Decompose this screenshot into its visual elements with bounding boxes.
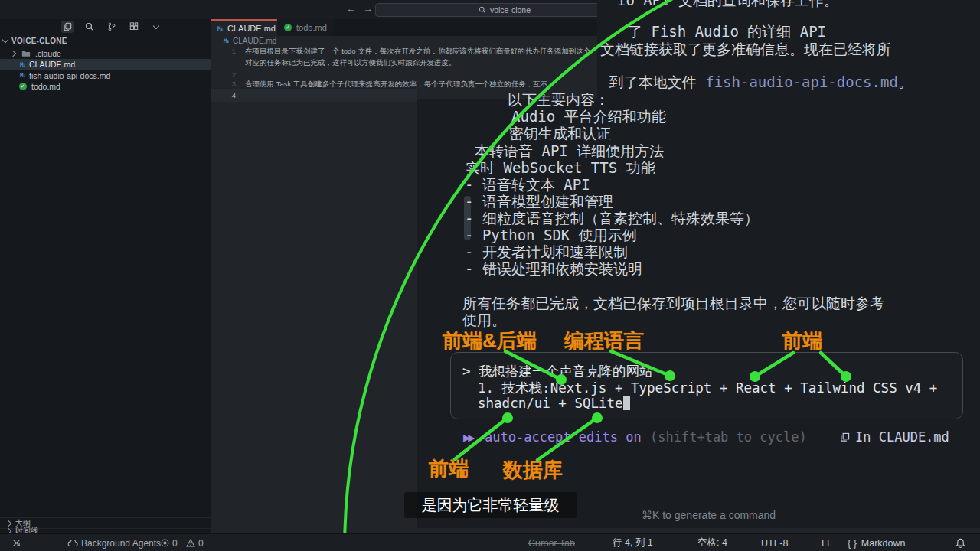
command-search-box[interactable]: voice-clone: [375, 3, 634, 17]
auto-accept-hint: (shift+tab to cycle): [650, 429, 807, 445]
chat-line: 所有任务都已完成，文档已保存到项目根目录中，您可以随时参考: [462, 295, 884, 311]
cloud-icon: [67, 540, 78, 547]
auto-accept-mode[interactable]: auto-accept edits on: [485, 429, 642, 445]
app-window: ← → voice-clone VOICE-CLONE: [0, 0, 980, 551]
video-subtitle: 是因为它非常轻量级: [404, 492, 577, 518]
chat-line: Audio 平台介绍和功能: [511, 109, 666, 125]
chat-input-line-3[interactable]: shadcn/ui + SQLite: [478, 396, 630, 411]
chat-line: 使用。: [462, 312, 506, 328]
encoding-setting[interactable]: UTF-8: [761, 538, 788, 549]
chat-line: - 语音转文本 API: [465, 177, 590, 193]
annotation-frontend-top: 前端: [782, 328, 822, 354]
chevron-down-icon: [2, 37, 8, 43]
cursor-tab-toggle[interactable]: Cursor Tab: [528, 538, 575, 549]
forward-arrow-icon[interactable]: →: [363, 3, 373, 15]
project-name: VOICE-CLONE: [11, 37, 67, 45]
warning-count[interactable]: 0: [186, 538, 204, 549]
background-agents-label: Background Agents: [81, 538, 161, 549]
sidebar-item-claude-folder[interactable]: .claude: [0, 48, 211, 60]
cursor-position[interactable]: 行 4, 列 1: [612, 536, 653, 549]
sidebar-item-todo-md[interactable]: ✓ todo.md: [0, 81, 211, 93]
chat-line: - 错误处理和依赖安装说明: [465, 261, 642, 277]
sidebar-item-claude-md[interactable]: M↓ CLAUDE.md: [0, 59, 211, 70]
status-bar: Background Agents 0 0 Cursor Tab 行 4, 列 …: [0, 533, 980, 551]
extensions-icon[interactable]: [128, 21, 140, 33]
chevron-right-icon: [10, 51, 16, 57]
line-number: 1: [213, 47, 236, 55]
chat-line: 以下主要内容：: [508, 92, 609, 108]
chat-input-text: shadcn/ui + SQLite: [478, 396, 623, 411]
sidebar-header-icons: [61, 21, 162, 33]
language-mode[interactable]: { } Markdown: [848, 538, 906, 549]
chat-line: 了 Fish Audio 的详细 API: [628, 24, 826, 40]
markdown-file-icon: M↓: [20, 72, 25, 79]
indentation-setting[interactable]: 空格: 4: [697, 536, 727, 549]
context-label: In CLAUDE.md: [855, 429, 949, 445]
braces-icon: { }: [848, 538, 857, 549]
bell-icon[interactable]: [956, 538, 965, 549]
chat-line: 文档链接获取了更多准确信息。现在已经将所: [600, 41, 891, 57]
text-cursor: [623, 396, 630, 410]
file-name-accent: fish-audio-api-docs.md: [705, 73, 898, 90]
file-label: todo.md: [31, 82, 60, 91]
chat-input-line-2[interactable]: 1. 技术栈:Next.js + TypeScript + React + Ta…: [478, 379, 937, 397]
cmdk-hint: ⌘K to generate a command: [642, 509, 776, 521]
check-circle-icon: ✓: [284, 24, 292, 31]
explorer-sidebar: [0, 19, 211, 533]
editor-line-3[interactable]: 合理使用 Task 工具创建多个子代理来提高开发的效率，每个子代理负责一个独立的…: [245, 80, 547, 90]
timeline-panel-header[interactable]: 时间线: [0, 528, 211, 533]
subtitle-text: 是因为它非常轻量级: [422, 495, 560, 516]
markdown-file-icon: M↓: [224, 37, 229, 44]
sidebar-item-fish-audio-api-docs[interactable]: M↓ fish-audio-api-docs.md: [0, 70, 211, 82]
breadcrumb-label: CLAUDE.md: [233, 37, 276, 45]
file-label: fish-audio-api-docs.md: [29, 71, 110, 80]
chat-line: 实时 WebSocket TTS 功能: [466, 160, 655, 176]
markdown-file-icon: M↓: [217, 25, 223, 32]
language-label: Markdown: [861, 538, 906, 549]
remote-window-icon[interactable]: [12, 539, 21, 547]
chat-input-line-1[interactable]: > 我想搭建一个声音克隆的网站: [462, 362, 653, 380]
file-label: .claude: [35, 49, 61, 58]
background-agents-item[interactable]: Background Agents: [67, 538, 161, 549]
tab-label: todo.md: [296, 23, 327, 32]
annotation-programming-language: 编程语言: [564, 328, 644, 354]
line-number: 3: [213, 80, 236, 88]
error-count-value: 0: [172, 538, 178, 549]
warning-triangle-icon: [186, 539, 195, 547]
editor-line-1[interactable]: 在项目根目录下我创建了一个 todo 文件，每次在开发之前，你都应该先将我们商量…: [245, 47, 590, 57]
chevron-right-icon: [5, 520, 11, 526]
error-count[interactable]: 0: [161, 538, 178, 549]
check-circle-icon: ✓: [19, 83, 27, 90]
tab-todo-md[interactable]: ✓ todo.md: [277, 19, 334, 36]
chevron-down-icon[interactable]: [150, 21, 162, 33]
copy-squares-icon: [840, 432, 850, 442]
search-value: voice-clone: [490, 5, 531, 15]
editor-line-1-wrap[interactable]: 对应的任务标记为已完成，这样可以方便我们实时跟踪开发进度。: [245, 58, 456, 68]
file-line-prefix: 到了本地文件: [609, 73, 705, 90]
auto-accept-icon: ▶▶: [463, 432, 472, 443]
tab-label: CLAUDE.md: [227, 24, 276, 33]
search-icon[interactable]: [83, 21, 96, 33]
error-circle-icon: [161, 539, 169, 547]
annotation-frontend-bottom: 前端: [429, 455, 469, 482]
copy-pages-icon[interactable]: [61, 21, 74, 33]
line-number: 2: [213, 70, 236, 79]
file-line-suffix: 。: [898, 73, 913, 90]
back-arrow-icon[interactable]: ←: [346, 3, 356, 15]
chat-line: io API 文档的查询和保存工作。: [617, 0, 838, 8]
project-root-row[interactable]: VOICE-CLONE: [3, 37, 67, 45]
folder-icon: [21, 50, 31, 57]
chat-line: - 开发者计划和速率限制: [465, 244, 628, 260]
current-line-highlight: [211, 89, 417, 102]
eol-setting[interactable]: LF: [822, 538, 833, 549]
git-branch-icon[interactable]: [106, 21, 118, 33]
chat-line: - 细粒度语音控制（音素控制、特殊效果等）: [465, 210, 759, 227]
markdown-file-icon: M↓: [20, 61, 25, 68]
warning-count-value: 0: [198, 538, 204, 549]
annotation-database: 数据库: [503, 457, 563, 484]
chat-line: 密钥生成和认证: [509, 126, 611, 142]
chat-line: - Python SDK 使用示例: [465, 227, 637, 243]
file-label: CLAUDE.md: [29, 60, 75, 69]
breadcrumb[interactable]: M↓ CLAUDE.md: [224, 37, 276, 45]
chat-line-file: 到了本地文件 fish-audio-api-docs.md。: [574, 58, 913, 106]
